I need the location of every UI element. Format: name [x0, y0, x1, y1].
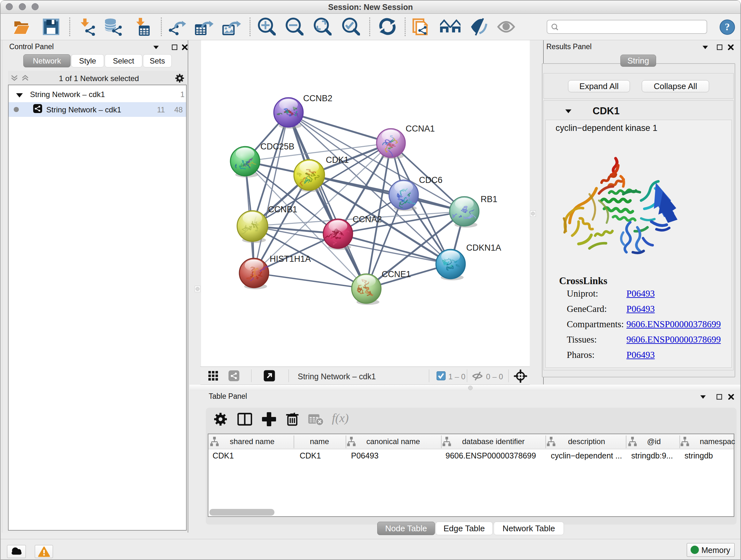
svg-text:?: ? [725, 21, 730, 33]
svg-text:HIST1H1A: HIST1H1A [270, 254, 311, 264]
svg-text:RB1: RB1 [481, 194, 497, 204]
svg-text:CDKN1A: CDKN1A [466, 243, 501, 253]
svg-text:CCNB1: CCNB1 [268, 205, 297, 214]
svg-text:CDK1: CDK1 [326, 155, 349, 165]
svg-text:CCNE1: CCNE1 [382, 269, 411, 279]
svg-text:CDC25B: CDC25B [260, 142, 294, 151]
svg-text:CCNA2: CCNA2 [353, 214, 382, 224]
svg-text:CCNA1: CCNA1 [406, 124, 435, 133]
svg-text:CDC6: CDC6 [419, 175, 443, 185]
svg-text:CCNB2: CCNB2 [303, 94, 333, 103]
